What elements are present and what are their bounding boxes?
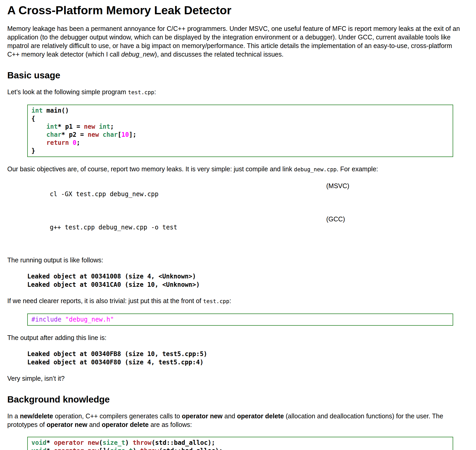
code-block-test-cpp: int main(){ int* p1 = new int; char* p2 … [27,105,453,157]
output-block-with-lines: Leaked object at 00340FB8 (size 10, test… [27,350,465,366]
code-token: ]; [129,131,137,138]
text-segment: are as follows: [149,421,192,428]
code-token: 10 [121,131,129,138]
text-segment: operation, C++ compilers generates calls… [53,412,182,420]
code-line: void* operator new[](size_t) throw(std::… [31,447,449,450]
code-token: return [46,139,69,146]
code-token: ; [110,123,114,130]
text-segment: Let’s look at the following simple progr… [7,88,128,96]
code-line: int* p1 = new int; [31,123,449,131]
code-token: { [31,115,35,122]
code-block-include: #include "debug_new.h" [27,313,453,326]
code-token [99,131,103,138]
code-token [31,131,46,138]
code-token: * p2 = [62,131,88,138]
code-token: int [31,107,43,114]
output-line: Leaked object at 00340F80 (size 4, test5… [27,358,465,366]
code-token: (std::bad_alloc); [151,439,215,446]
code-line: return 0; [31,139,449,147]
code-token: ) [133,447,140,450]
code-token: new [88,439,99,446]
code-line: } [31,147,449,155]
code-token: char [103,131,118,138]
text-segment: Our basic objectives are, of course, rep… [7,165,294,173]
command-row-gcc: g++ test.cpp debug_new.cpp -o test (GCC) [27,215,465,248]
command-row-msvc: cl -GX test.cpp debug_new.cpp (MSVC) [27,182,465,215]
command-text-gcc: g++ test.cpp debug_new.cpp -o test [50,224,177,231]
paragraph-clearer-reports: If we need clearer reports, it is also t… [7,297,465,306]
text-segment: and [223,412,237,420]
code-token [31,139,46,146]
paragraph-running-output: The running output is like follows: [7,256,465,264]
code-token: throw [140,447,159,450]
section-heading-basic-usage: Basic usage [7,70,465,80]
code-token [84,439,87,446]
code-token: new [84,123,95,130]
code-line: #include "debug_new.h" [31,316,449,324]
code-token: * [46,447,54,450]
code-token: (std::bad_alloc); [159,447,223,450]
code-token: operator [54,447,84,450]
text-segment: operator delete [237,412,284,420]
code-token: ( [99,439,103,446]
code-token [84,447,87,450]
code-token: new [88,131,99,138]
paragraph-new-delete: In a new/delete operation, C++ compilers… [7,412,465,429]
code-token: main() [43,107,69,114]
text-segment: In a [7,412,20,420]
code-token: ) [125,439,133,446]
text-segment: ), and discusses the related technical i… [155,51,283,58]
code-token: new [88,447,99,450]
text-segment: new/delete [20,412,53,420]
code-token: [ [118,131,121,138]
text-segment: test.cpp [203,298,229,304]
code-line: { [31,115,449,123]
code-token: void [31,439,46,446]
article: A Cross-Platform Memory Leak Detector Me… [0,0,476,450]
code-token: []( [99,447,110,450]
code-token: ; [76,139,80,146]
code-token: #include [31,316,62,323]
output-line: Leaked object at 00340FB8 (size 10, test… [27,350,465,358]
output-block-unknown: Leaked object at 00341008 (size 4, <Unkn… [27,272,465,289]
code-token: size_t [103,439,125,446]
code-token: 0 [73,139,76,146]
text-segment: and [87,421,102,428]
text-segment: The output after adding this line is: [7,334,106,341]
text-segment: Very simple, isn’t it? [7,375,65,382]
text-segment: operator delete [102,421,149,428]
code-token: int [46,123,58,130]
page-title: A Cross-Platform Memory Leak Detector [7,4,465,17]
text-segment: If we need clearer reports, it is also t… [7,297,203,304]
command-label-msvc: (MSVC) [326,182,349,190]
code-block-prototypes: void* operator new(size_t) throw(std::ba… [27,437,453,450]
output-line: Leaked object at 00341CA0 (size 10, <Unk… [27,281,465,289]
code-token [31,123,46,130]
code-token: size_t [110,447,133,450]
code-token: char [46,131,62,138]
code-line: void* operator new(size_t) throw(std::ba… [31,439,449,447]
paragraph-very-simple: Very simple, isn’t it? [7,374,465,383]
text-segment: The running output is like follows: [7,256,103,264]
code-token: } [31,147,35,154]
code-token [95,123,99,130]
intro-paragraph: Memory leakage has been a permanent anno… [7,24,465,59]
code-token: void [31,447,46,450]
code-line: int main() [31,107,449,115]
text-segment: debug_new.cpp [294,166,337,173]
output-line: Leaked object at 00341008 (size 4, <Unkn… [27,272,465,281]
text-segment: : [154,88,156,96]
code-token [69,139,73,146]
command-text-msvc: cl -GX test.cpp debug_new.cpp [50,190,159,198]
text-segment: operator new [182,412,223,420]
code-token: "debug_new.h" [65,316,114,323]
command-block: cl -GX test.cpp debug_new.cpp (MSVC) g++… [27,182,465,248]
code-token: throw [133,439,151,446]
text-segment: . For example: [337,165,378,173]
paragraph-lets-look: Let’s look at the following simple progr… [7,88,465,97]
paragraph-output-after: The output after adding this line is: [7,333,465,342]
code-token [62,316,65,323]
text-segment: test.cpp [128,89,154,96]
code-token: operator [54,439,84,446]
text-segment: debug_new [121,51,155,58]
